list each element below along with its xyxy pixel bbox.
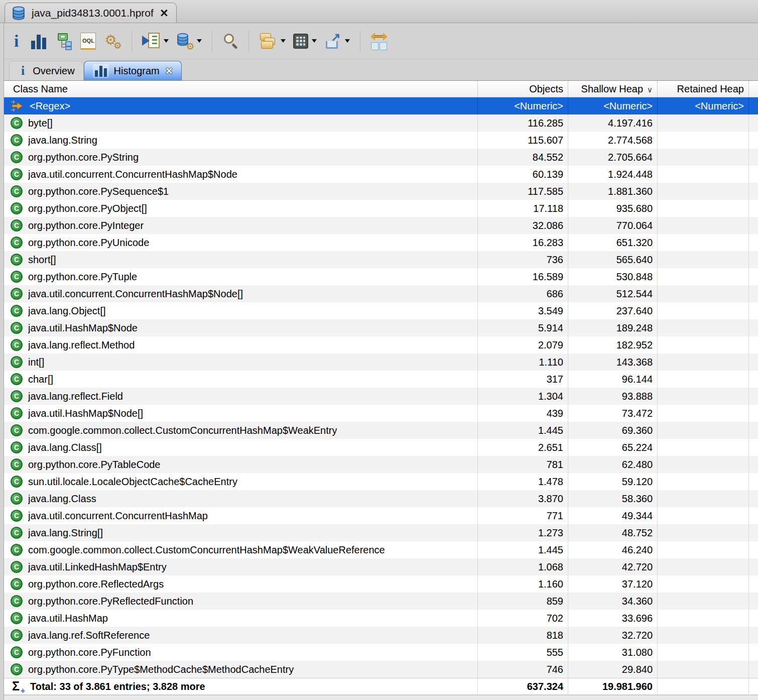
filter-row[interactable]: <Regex> <Numeric> <Numeric> <Numeric>	[4, 97, 758, 114]
class-name-cell: Cjava.lang.String	[4, 132, 478, 149]
shallow-heap-cell: 770.064	[568, 217, 658, 234]
table-row[interactable]: Corg.python.core.PyInteger32.086770.064	[4, 217, 758, 234]
table-row[interactable]: Cjava.lang.String[]1.27348.752	[4, 524, 758, 541]
group-result-button[interactable]	[257, 31, 288, 52]
table-row[interactable]: Ccom.google.common.collect.CustomConcurr…	[4, 422, 758, 439]
shallow-heap-cell: 2.705.664	[568, 149, 658, 166]
shallow-heap-filter-input[interactable]: <Numeric>	[568, 97, 658, 114]
class-name-cell: Corg.python.core.PyObject[]	[4, 200, 478, 217]
class-name-label: java.lang.Object[]	[28, 305, 106, 317]
class-name-cell: Cjava.util.concurrent.ConcurrentHashMap$…	[4, 166, 478, 183]
retained-heap-filter-input[interactable]: <Numeric>	[658, 97, 749, 114]
table-row[interactable]: Cjava.lang.reflect.Method2.079182.952	[4, 336, 758, 354]
class-name-label: java.lang.ref.SoftReference	[28, 630, 150, 641]
table-row[interactable]: Cjava.lang.Class3.87058.360	[4, 490, 758, 507]
table-row[interactable]: Corg.python.core.PyString84.5522.705.664	[4, 149, 758, 166]
table-header-row: Class Name Objects Shallow Heap ∨ Retain…	[4, 81, 758, 97]
calculator-button[interactable]	[291, 32, 319, 50]
objects-cell: 686	[478, 285, 568, 302]
table-row[interactable]: Csun.util.locale.LocaleObjectCache$Cache…	[4, 473, 758, 490]
class-name-cell: Cbyte[]	[4, 114, 478, 132]
table-row[interactable]: Cjava.util.LinkedHashMap$Entry1.06842.72…	[4, 558, 758, 575]
table-row[interactable]: Cjava.lang.ref.SoftReference81832.720	[4, 627, 758, 644]
table-row[interactable]: Cjava.lang.reflect.Field1.30493.888	[4, 388, 758, 405]
objects-cell: 117.585	[478, 183, 568, 200]
table-row[interactable]: Cchar[]31796.144	[4, 371, 758, 388]
class-icon: C	[11, 117, 23, 129]
expand-panes-button[interactable]	[368, 30, 390, 52]
row-filler	[749, 234, 758, 251]
table-row[interactable]: Corg.python.core.PyTuple16.589530.848	[4, 268, 758, 285]
export-button[interactable]: ↗	[322, 31, 352, 51]
table-row[interactable]: Corg.python.core.PySequence$1117.5851.88…	[4, 183, 758, 200]
regex-filter-input[interactable]: <Regex>	[4, 97, 478, 114]
calculator-icon	[293, 34, 308, 49]
search-button[interactable]	[220, 31, 240, 51]
table-row[interactable]: Corg.python.core.ReflectedArgs1.16037.12…	[4, 575, 758, 593]
total-row[interactable]: Σ+ Total: 33 of 3.861 entries; 3.828 mor…	[4, 678, 758, 695]
shallow-heap-cell: 182.952	[568, 336, 658, 354]
objects-filter-input[interactable]: <Numeric>	[478, 97, 568, 114]
class-name-label: org.python.core.ReflectedArgs	[28, 578, 164, 590]
editor-tab-title: java_pid34813.0001.hprof	[32, 7, 154, 19]
heap-actions-button[interactable]: ⚙	[174, 31, 204, 52]
table-row[interactable]: Cjava.util.concurrent.ConcurrentHashMap$…	[4, 285, 758, 302]
column-header-shallow-heap[interactable]: Shallow Heap ∨	[568, 81, 658, 97]
table-row[interactable]: Ccom.google.common.collect.CustomConcurr…	[4, 541, 758, 558]
run-expert-report-button[interactable]	[140, 31, 171, 52]
shallow-heap-cell: 237.640	[568, 302, 658, 319]
dropdown-caret-icon	[164, 39, 169, 43]
class-name-label: char[]	[28, 374, 53, 385]
table-row[interactable]: Cjava.lang.Object[]3.549237.640	[4, 302, 758, 319]
table-row[interactable]: Cjava.util.HashMap$Node5.914189.248	[4, 319, 758, 336]
class-name-label: org.python.core.PyType$MethodCache$Metho…	[28, 664, 294, 675]
table-row[interactable]: Cjava.lang.Class[]2.65165.224	[4, 439, 758, 456]
dominator-tree-button[interactable]	[54, 31, 75, 52]
retained-heap-cell	[658, 473, 749, 490]
retained-heap-cell	[658, 524, 749, 541]
table-row[interactable]: Cjava.util.HashMap70233.696	[4, 610, 758, 627]
table-row[interactable]: Cjava.util.concurrent.ConcurrentHashMap7…	[4, 507, 758, 524]
class-icon: C	[11, 612, 23, 624]
table-row[interactable]: Cbyte[]116.2854.197.416	[4, 114, 758, 132]
table-row[interactable]: Corg.python.core.PyType$MethodCache$Meth…	[4, 661, 758, 678]
class-name-cell: Corg.python.core.PyTableCode	[4, 456, 478, 473]
table-row[interactable]: Cjava.util.HashMap$Node[]43973.472	[4, 405, 758, 422]
table-row[interactable]: Corg.python.core.PyObject[]17.118935.680	[4, 200, 758, 217]
table-row[interactable]: Cjava.lang.String115.6072.774.568	[4, 132, 758, 149]
table-row[interactable]: Corg.python.core.PyFunction55531.080	[4, 644, 758, 661]
class-name-cell: Corg.python.core.PyReflectedFunction	[4, 593, 478, 610]
retained-heap-cell	[658, 371, 749, 388]
class-name-cell: Cjava.util.LinkedHashMap$Entry	[4, 558, 478, 575]
column-header-objects[interactable]: Objects	[478, 81, 568, 97]
oql-button[interactable]: OQL	[78, 31, 98, 51]
class-name-cell: Cjava.lang.reflect.Field	[4, 388, 478, 405]
column-header-class-name[interactable]: Class Name	[4, 81, 478, 97]
heap-dump-database-icon	[11, 5, 26, 21]
close-icon[interactable]: ×	[160, 8, 168, 18]
class-name-cell: Corg.python.core.PySequence$1	[4, 183, 478, 200]
table-row[interactable]: Corg.python.core.PyTableCode78162.480	[4, 456, 758, 473]
bottom-strip	[4, 695, 758, 700]
class-icon: C	[11, 168, 23, 180]
table-row[interactable]: Cshort[]736565.640	[4, 251, 758, 268]
class-name-cell: Cjava.util.HashMap$Node[]	[4, 405, 478, 422]
editor-tab-heap-dump[interactable]: java_pid34813.0001.hprof ×	[5, 3, 177, 23]
row-filler	[749, 251, 758, 268]
tab-histogram[interactable]: Histogram ×	[84, 61, 182, 80]
histogram-button[interactable]	[27, 32, 50, 51]
gears-button[interactable]: ⚙⚙	[101, 31, 123, 52]
table-row[interactable]: Cint[]1.110143.368	[4, 354, 758, 371]
filter-arrow-icon	[11, 99, 24, 112]
objects-cell: 1.445	[478, 422, 568, 439]
table-row[interactable]: Corg.python.core.PyUnicode16.283651.320	[4, 234, 758, 251]
info-button[interactable]: i	[9, 31, 24, 51]
table-row[interactable]: Cjava.util.concurrent.ConcurrentHashMap$…	[4, 166, 758, 183]
tab-overview[interactable]: i Overview	[9, 61, 84, 80]
column-header-retained-heap[interactable]: Retained Heap	[658, 81, 749, 97]
close-icon[interactable]: ×	[166, 66, 173, 76]
class-name-label: java.util.concurrent.ConcurrentHashMap$N…	[28, 169, 237, 180]
row-filler	[749, 575, 758, 593]
editor-tab-bar: java_pid34813.0001.hprof ×	[0, 0, 758, 23]
table-row[interactable]: Corg.python.core.PyReflectedFunction8593…	[4, 593, 758, 610]
